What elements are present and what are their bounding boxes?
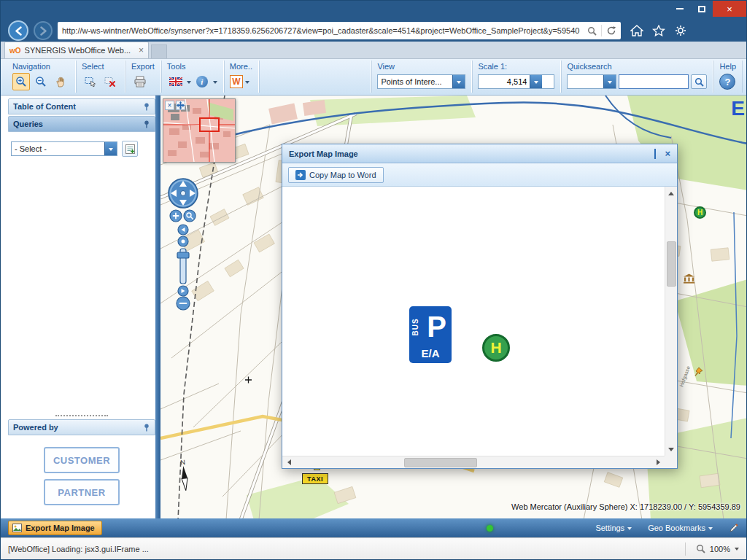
quicksearch-go-button[interactable]: [691, 74, 707, 89]
view-dropdown-button[interactable]: [452, 75, 465, 88]
home-icon[interactable]: [630, 25, 643, 36]
help-button[interactable]: ?: [719, 74, 735, 90]
dialog-title: Export Map Image: [289, 149, 358, 158]
task-label: Export Map Image: [26, 524, 95, 532]
query-select-dropdown[interactable]: - Select -: [11, 141, 117, 156]
url-separator: [601, 25, 602, 36]
browser-status-bar: [WebOffice] Loading: jsx3.gui.IFrame ...…: [1, 537, 746, 559]
favorites-star-icon[interactable]: [652, 25, 665, 36]
pan-hand-icon: [55, 76, 66, 88]
language-flag-button[interactable]: [167, 73, 185, 90]
scroll-left-button[interactable]: [282, 456, 295, 469]
quicksearch-input[interactable]: [619, 74, 689, 89]
zoom-dropdown-caret-icon[interactable]: [735, 548, 739, 553]
info-tool-button[interactable]: i: [193, 73, 211, 90]
quicksearch-type-dropdown[interactable]: [567, 74, 616, 89]
window-minimize-button[interactable]: [669, 1, 691, 17]
scroll-right-button[interactable]: [652, 456, 665, 469]
geo-bookmarks-menu[interactable]: Geo Bookmarks: [648, 524, 713, 532]
dialog-close-button[interactable]: ×: [665, 149, 670, 158]
map-navigation-control[interactable]: [167, 177, 199, 315]
pin-icon[interactable]: [143, 103, 150, 111]
weboffice-w-logo-button[interactable]: W: [230, 75, 243, 88]
query-select-dropdown-button[interactable]: [104, 142, 117, 155]
queries-panel-empty-area: [8, 163, 155, 412]
vertical-scroll-thumb[interactable]: [667, 241, 676, 287]
scroll-down-button[interactable]: [665, 443, 678, 456]
dialog-restore-button[interactable]: [654, 149, 656, 158]
dialog-titlebar[interactable]: Export Map Image ×: [282, 144, 677, 163]
pin-icon[interactable]: [143, 424, 150, 432]
weboffice-taskbar: Export Map Image Settings Geo Bookmarks: [1, 518, 746, 537]
select-features-button[interactable]: [82, 73, 99, 90]
weboffice-toolbar: Navigation Select: [1, 59, 746, 96]
scale-input[interactable]: [479, 75, 530, 88]
tab-weboffice[interactable]: wO SYNERGIS WebOffice Web... ×: [4, 42, 149, 58]
pin-icon[interactable]: [143, 120, 150, 128]
print-button[interactable]: [131, 73, 149, 90]
navigation-section-label: Navigation: [12, 61, 69, 72]
overview-move-button[interactable]: [176, 101, 185, 110]
bus-stop-h-marker[interactable]: H: [694, 206, 706, 219]
edit-pencil-button[interactable]: [729, 523, 739, 533]
panel-header-powered-by[interactable]: Powered by: [8, 419, 155, 435]
arrow-up-icon: [668, 189, 674, 195]
url-search-icon[interactable]: [587, 26, 597, 36]
tab-close-icon[interactable]: ×: [139, 45, 144, 55]
arrow-right-icon: [657, 459, 663, 465]
partner-logo-button[interactable]: PARTNER: [44, 479, 120, 505]
scale-dropdown-button[interactable]: [530, 75, 542, 88]
task-export-map-image[interactable]: Export Map Image: [8, 521, 102, 535]
toolbar-section-view: View Points of Intere...: [371, 61, 472, 93]
export-map-image-dialog: Export Map Image × Copy Map to Word BUS: [282, 144, 678, 469]
main-content: Table of Content Queries - Select -: [1, 96, 746, 518]
window-titlebar: ×: [1, 1, 746, 20]
sidebar-splitter[interactable]: [155, 96, 160, 518]
language-dropdown-caret-icon[interactable]: [187, 81, 191, 86]
customer-logo-button[interactable]: CUSTOMER: [44, 447, 120, 473]
dialog-vertical-scrollbar[interactable]: [665, 187, 677, 456]
window-close-button[interactable]: ×: [713, 1, 746, 17]
overview-close-button[interactable]: ×: [165, 101, 174, 110]
browser-forward-button[interactable]: [34, 21, 53, 40]
pushpin-marker-icon[interactable]: [694, 367, 703, 380]
museum-icon[interactable]: [683, 273, 695, 287]
new-tab-button[interactable]: [151, 44, 167, 58]
scrollbar-corner: [665, 456, 677, 468]
browser-chrome-icons: [630, 25, 687, 36]
restore-icon: [654, 149, 656, 159]
panel-header-table-of-content[interactable]: Table of Content: [8, 98, 155, 114]
panel-header-queries[interactable]: Queries: [8, 116, 155, 132]
view-dropdown[interactable]: Points of Intere...: [377, 74, 465, 89]
zoom-in-tool-button[interactable]: [12, 73, 30, 90]
info-dropdown-caret-icon[interactable]: [213, 81, 217, 86]
browser-zoom-level[interactable]: 100%: [710, 545, 730, 553]
window-maximize-button[interactable]: [691, 1, 713, 17]
quicksearch-dropdown-button[interactable]: [603, 75, 616, 88]
image-icon: [12, 524, 22, 532]
clear-selection-button[interactable]: [101, 73, 119, 90]
tab-title: SYNERGIS WebOffice Web...: [25, 46, 135, 55]
settings-menu[interactable]: Settings: [595, 524, 632, 532]
overview-map[interactable]: ×: [163, 98, 236, 163]
copy-arrow-icon: [295, 170, 306, 180]
pan-tool-button[interactable]: [52, 73, 69, 90]
dialog-horizontal-scrollbar[interactable]: [282, 456, 665, 468]
zoom-out-tool-button[interactable]: [32, 73, 50, 90]
arrow-down-icon: [668, 448, 674, 454]
query-builder-button[interactable]: [122, 141, 138, 157]
browser-back-button[interactable]: [8, 20, 28, 41]
toc-panel-title: Table of Content: [13, 102, 76, 111]
url-input[interactable]: [62, 26, 583, 35]
refresh-icon[interactable]: [606, 26, 616, 36]
copy-map-to-word-button[interactable]: Copy Map to Word: [288, 167, 384, 183]
close-icon: ×: [727, 4, 732, 15]
minimize-icon: [676, 8, 684, 9]
panel-resize-handle[interactable]: [8, 412, 155, 419]
weboffice-favicon: wO: [9, 47, 21, 55]
horizontal-scroll-thumb[interactable]: [404, 458, 477, 467]
more-dropdown-caret-icon[interactable]: [245, 81, 249, 86]
zoom-magnifier-icon: [696, 544, 705, 553]
scroll-up-button[interactable]: [665, 187, 678, 199]
settings-gear-icon[interactable]: [674, 25, 687, 36]
